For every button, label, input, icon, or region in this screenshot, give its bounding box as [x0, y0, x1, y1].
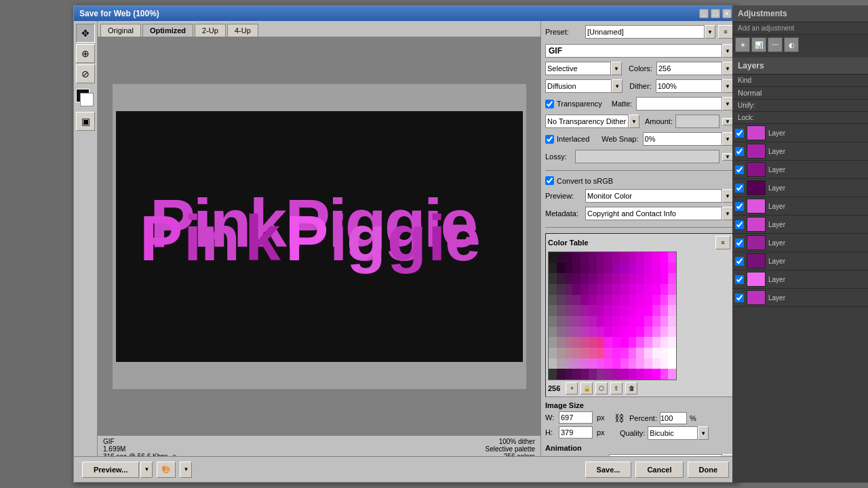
color-cell-57[interactable] — [620, 284, 629, 295]
close-btn[interactable]: × — [722, 9, 732, 18]
color-cell-81[interactable] — [557, 305, 565, 316]
color-cell-171[interactable] — [636, 359, 644, 369]
color-cell-45[interactable] — [652, 273, 660, 284]
color-cell-18[interactable] — [565, 263, 573, 274]
color-cell-190[interactable] — [660, 369, 669, 380]
exposure-icon[interactable]: ◐ — [784, 37, 799, 52]
color-cell-20[interactable] — [580, 263, 589, 274]
color-cell-12[interactable] — [644, 252, 652, 263]
preview-mode-btn[interactable]: ▣ — [76, 112, 95, 131]
web-safe-btn[interactable]: ⬡ — [595, 382, 608, 394]
color-cell-188[interactable] — [644, 369, 652, 380]
color-cell-55[interactable] — [604, 284, 612, 295]
color-mode-arrow[interactable]: ▼ — [611, 62, 622, 75]
color-cell-101[interactable] — [589, 316, 597, 327]
save-btn[interactable]: Save... — [585, 462, 632, 478]
color-cell-61[interactable] — [652, 284, 660, 295]
list-item[interactable]: Layer — [732, 252, 868, 270]
quality-select[interactable]: Bicubic — [648, 426, 698, 440]
color-cell-93[interactable] — [652, 305, 660, 316]
layer-visibility-2[interactable] — [735, 165, 744, 174]
trans-dither-select[interactable]: No Transparency Dither — [545, 115, 629, 128]
trans-dither-arrow[interactable]: ▼ — [629, 115, 639, 128]
layer-visibility-3[interactable] — [735, 184, 744, 192]
list-item[interactable]: Layer — [732, 161, 868, 179]
color-cell-108[interactable] — [644, 316, 652, 327]
color-cell-166[interactable] — [597, 359, 605, 369]
color-cell-13[interactable] — [652, 252, 660, 263]
color-cell-152[interactable] — [612, 348, 620, 359]
color-cell-183[interactable] — [604, 369, 612, 380]
color-cell-4[interactable] — [580, 252, 589, 263]
color-cell-119[interactable] — [604, 327, 612, 338]
color-cell-104[interactable] — [612, 316, 620, 327]
layer-visibility-5[interactable] — [735, 220, 744, 229]
quality-arrow[interactable]: ▼ — [698, 426, 709, 440]
dither-amount-select[interactable]: 100% — [656, 79, 722, 93]
color-cell-159[interactable] — [668, 348, 676, 359]
color-cell-170[interactable] — [629, 359, 637, 369]
color-cell-59[interactable] — [636, 284, 644, 295]
list-item[interactable]: Layer — [732, 216, 868, 234]
color-cell-27[interactable] — [636, 263, 644, 274]
color-cell-141[interactable] — [652, 337, 660, 348]
color-cell-115[interactable] — [572, 327, 580, 338]
color-cell-9[interactable] — [620, 252, 629, 263]
color-cell-46[interactable] — [660, 273, 669, 284]
color-cell-79[interactable] — [668, 295, 676, 306]
amount-arrow[interactable]: ▼ — [722, 118, 733, 125]
color-cell-58[interactable] — [629, 284, 637, 295]
dither-amount-arrow[interactable]: ▼ — [722, 79, 733, 93]
color-cell-131[interactable] — [572, 337, 580, 348]
preview-select[interactable]: Monitor Color — [585, 189, 722, 203]
height-input[interactable] — [559, 426, 593, 439]
color-cell-36[interactable] — [580, 273, 589, 284]
color-table-options-btn[interactable]: ≡ — [715, 236, 730, 249]
color-cell-31[interactable] — [668, 263, 676, 274]
color-cell-69[interactable] — [589, 295, 597, 306]
preview-dropdown-btn[interactable]: ▼ — [140, 462, 153, 478]
metadata-select[interactable]: Copyright and Contact Info — [585, 207, 722, 220]
color-cell-42[interactable] — [629, 273, 637, 284]
shift-btn[interactable]: ⇧ — [610, 382, 623, 394]
color-cell-116[interactable] — [580, 327, 589, 338]
color-cell-189[interactable] — [652, 369, 660, 380]
color-cell-140[interactable] — [644, 337, 652, 348]
color-cell-89[interactable] — [620, 305, 629, 316]
color-cell-86[interactable] — [597, 305, 605, 316]
color-cell-99[interactable] — [572, 316, 580, 327]
color-cell-129[interactable] — [557, 337, 565, 348]
color-cell-84[interactable] — [580, 305, 589, 316]
color-cell-83[interactable] — [572, 305, 580, 316]
color-cell-130[interactable] — [565, 337, 573, 348]
websnap-arrow[interactable]: ▼ — [722, 132, 733, 146]
color-cell-92[interactable] — [644, 305, 652, 316]
matte-select[interactable] — [636, 97, 722, 110]
color-cell-41[interactable] — [620, 273, 629, 284]
color-cell-165[interactable] — [589, 359, 597, 369]
color-cell-153[interactable] — [620, 348, 629, 359]
color-cell-137[interactable] — [620, 337, 629, 348]
color-cell-2[interactable] — [565, 252, 573, 263]
color-cell-19[interactable] — [572, 263, 580, 274]
color-cell-176[interactable] — [549, 369, 557, 380]
list-item[interactable]: Layer — [732, 234, 868, 252]
color-cell-7[interactable] — [604, 252, 612, 263]
color-cell-64[interactable] — [549, 295, 557, 306]
color-cell-160[interactable] — [549, 359, 557, 369]
color-cell-184[interactable] — [612, 369, 620, 380]
color-cell-135[interactable] — [604, 337, 612, 348]
color-cell-96[interactable] — [549, 316, 557, 327]
color-cell-172[interactable] — [644, 359, 652, 369]
color-cell-111[interactable] — [668, 316, 676, 327]
color-cell-65[interactable] — [557, 295, 565, 306]
color-cell-142[interactable] — [660, 337, 669, 348]
color-cell-60[interactable] — [644, 284, 652, 295]
color-cell-52[interactable] — [580, 284, 589, 295]
websnap-select[interactable]: 0% — [643, 132, 722, 146]
color-cell-147[interactable] — [572, 348, 580, 359]
color-cell-26[interactable] — [629, 263, 637, 274]
colors-arrow[interactable]: ▼ — [722, 62, 733, 75]
color-cell-106[interactable] — [629, 316, 637, 327]
color-cell-112[interactable] — [549, 327, 557, 338]
